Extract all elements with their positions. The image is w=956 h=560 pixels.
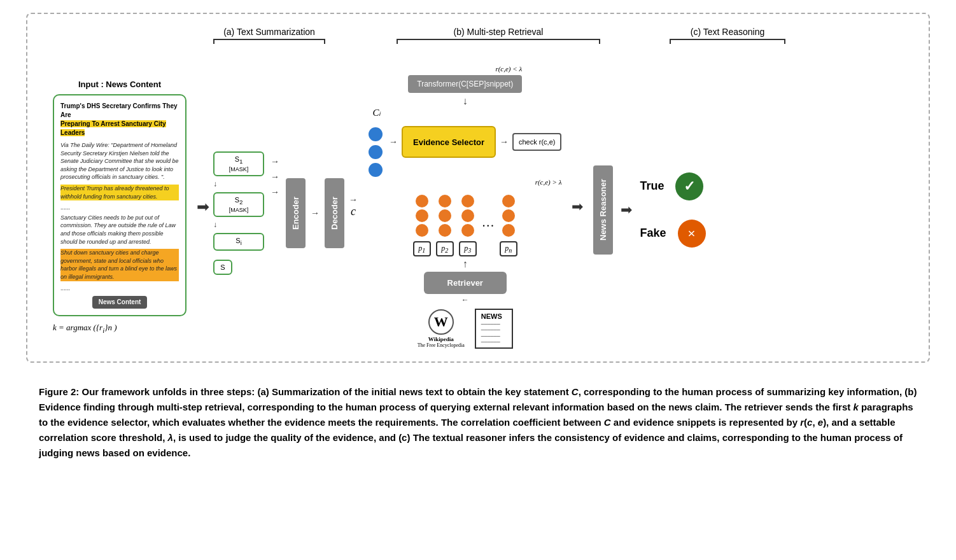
arrow-to-evidence: → — [389, 137, 398, 147]
news-input-panel: Input : News Content Trump's DHS Secreta… — [46, 80, 193, 334]
section-a-label: (a) Text Summarization — [199, 27, 339, 46]
news-text1: Via The Daily Wire: "Department of Homel… — [60, 141, 179, 181]
orange-circle-3c — [461, 224, 474, 237]
s-block: S — [213, 260, 232, 275]
encoder-box: Encoder — [286, 178, 306, 248]
section-b-label: (b) Multi-step Retrieval — [371, 27, 626, 46]
passage-col-3: p3 — [459, 195, 477, 256]
c-arrow-label: → c — [348, 195, 358, 218]
blue-circles — [369, 127, 383, 177]
blue-circle-1 — [369, 127, 383, 141]
transformer-box: Transformer(C[SEP]snippet) — [408, 75, 522, 93]
news-logo: NEWS ────── ────── ────── ────── — [475, 309, 513, 348]
orange-circle-2b — [439, 209, 451, 222]
p2-label: p2 — [436, 241, 454, 256]
passage-col-n: pn — [500, 195, 517, 256]
fake-label: Fake — [640, 227, 666, 240]
text-reasoning-section: News Reasoner ➡ True ✓ — [593, 159, 705, 255]
formula: k = argmax ({ri}n ) — [53, 323, 186, 334]
reasoning-inner: News Reasoner ➡ True ✓ — [593, 165, 705, 255]
transformer-area: r(c,e) < λ Transformer(C[SEP]snippet) ↓ — [408, 65, 522, 107]
orange-circle-2a — [439, 195, 451, 207]
arrow-from-reasoner: ➡ — [621, 202, 632, 218]
orange-circle-nb — [502, 209, 515, 222]
news-headline: Trump's DHS Secretary Confirms They Are … — [60, 102, 179, 137]
passage-dots: … — [482, 215, 495, 230]
wiki-title: Wikipedia — [418, 336, 465, 342]
figure-caption: Figure 2: Our framework unfolds in three… — [39, 384, 917, 461]
passages-area: p1 p2 — [413, 190, 517, 305]
summ-inner: S1[MASK] ↓ S2[MASK] ↓ Si — [213, 151, 344, 275]
news-logo-badge: NEWS — [481, 312, 507, 320]
news-highlight1: President Trump has already threatened t… — [60, 185, 179, 200]
wikipedia-logo: W Wikipedia The Free Encyclopedia — [418, 309, 465, 348]
orange-circle-1a — [416, 195, 428, 207]
blue-circle-2 — [369, 145, 383, 159]
passage-col-1: p1 — [413, 195, 431, 256]
news-reasoner-box: News Reasoner — [593, 165, 613, 255]
figure-number: Figure 2: — [39, 386, 79, 397]
p3-label: p3 — [459, 241, 477, 256]
main-container: (a) Text Summarization (b) Multi-step Re… — [13, 13, 943, 461]
evidence-selector-box: Evidence Selector — [402, 126, 496, 158]
check-rce-box: check r(c,e) — [512, 133, 561, 151]
outcomes: True ✓ Fake × — [640, 172, 705, 248]
arrow-to-reasoner: ➡ — [572, 199, 583, 215]
r-gt-lambda: r(c,e) > λ — [535, 178, 562, 186]
news-dots2: ...... — [60, 284, 179, 293]
fake-outcome: Fake × — [640, 220, 705, 248]
wiki-subtitle: The Free Encyclopedia — [418, 342, 465, 348]
caption-text: Our framework unfolds in three steps: (a… — [39, 386, 917, 458]
s1-block: S1[MASK] — [213, 151, 264, 176]
si-block: Si — [213, 233, 264, 250]
true-circle: ✓ — [675, 172, 703, 200]
blue-circle-3 — [369, 163, 383, 177]
orange-circle-3b — [461, 209, 474, 222]
diagram-row: Input : News Content Trump's DHS Secreta… — [46, 65, 910, 349]
evidence-row: Cᵢ → Evidence Selector → — [369, 107, 561, 177]
s-blocks: S1[MASK] ↓ S2[MASK] ↓ Si — [213, 151, 264, 275]
orange-circle-2c — [439, 224, 451, 237]
arrow-up-to-evidence: ↑ — [463, 258, 468, 270]
retriever-box: Retriever — [424, 272, 507, 294]
c-variable: c — [351, 205, 356, 218]
news-card: Trump's DHS Secretary Confirms They Are … — [53, 94, 186, 316]
news-content-badge: News Content — [92, 296, 148, 309]
s2-block: S2[MASK] — [213, 192, 264, 217]
true-label: True — [640, 179, 664, 193]
arrow-down-from-transformer: ↓ — [463, 95, 468, 107]
orange-circle-nc — [502, 224, 515, 237]
arrow-from-evidence: → — [500, 137, 509, 147]
fake-circle: × — [678, 220, 706, 248]
arrow-to-encoder: ➡ — [197, 198, 209, 216]
ci-label: Cᵢ — [372, 107, 381, 118]
decoder-box: Decoder — [325, 178, 344, 248]
retriever-left-arrow: ← — [461, 295, 469, 305]
r-lt-lambda: r(c,e) < λ — [495, 65, 522, 73]
p1-label: p1 — [413, 241, 431, 256]
passages-row: p1 p2 — [413, 195, 517, 256]
orange-circle-3a — [461, 195, 474, 207]
news-text2: Sanctuary Cities needs to be put out of … — [60, 214, 179, 246]
ci-area: Cᵢ — [369, 107, 385, 177]
logos-area: W Wikipedia The Free Encyclopedia NEWS ─… — [418, 309, 513, 348]
news-logo-lines: ────── ────── ────── ────── — [481, 321, 507, 344]
orange-circle-na — [502, 195, 515, 207]
orange-circle-1c — [416, 224, 428, 237]
news-highlight2: Shut down sanctuary cities and charge go… — [60, 249, 179, 281]
r-gt-lambda-row: r(c,e) > λ — [369, 178, 561, 186]
news-dots1: ...... — [60, 204, 179, 212]
multi-step-section: r(c,e) < λ Transformer(C[SEP]snippet) ↓ … — [369, 65, 561, 349]
wiki-icon: W — [428, 309, 454, 335]
true-outcome: True ✓ — [640, 172, 703, 200]
section-c-label: (c) Text Reasoning — [645, 27, 810, 46]
text-summ-section: S1[MASK] ↓ S2[MASK] ↓ Si — [213, 139, 344, 275]
diagram-wrapper: (a) Text Summarization (b) Multi-step Re… — [26, 13, 930, 363]
input-panel-title: Input : News Content — [78, 80, 161, 89]
orange-circle-1b — [416, 209, 428, 222]
passage-col-2: p2 — [436, 195, 454, 256]
pn-label: pn — [500, 241, 517, 256]
